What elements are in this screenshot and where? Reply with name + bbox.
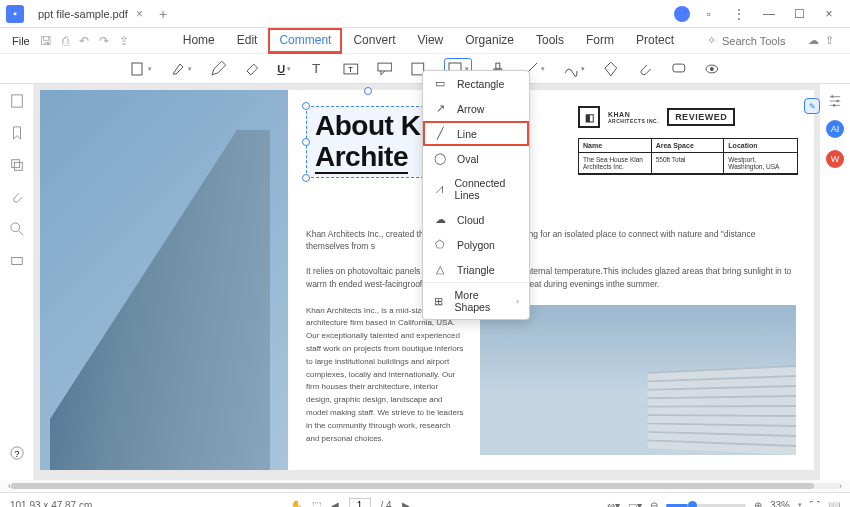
brand-logo-icon: ◧: [578, 106, 600, 128]
tab-convert[interactable]: Convert: [343, 29, 405, 53]
horizontal-scrollbar[interactable]: ‹ ›: [0, 480, 850, 492]
word-badge-icon[interactable]: W: [826, 150, 844, 168]
page-title: About K Archite: [315, 111, 420, 173]
close-window-button[interactable]: ×: [818, 7, 840, 21]
tab-home[interactable]: Home: [173, 29, 225, 53]
attachment-tool[interactable]: [637, 61, 653, 77]
svg-rect-14: [14, 162, 22, 170]
window-settings-icon[interactable]: ▫: [698, 7, 720, 21]
layers-icon[interactable]: [10, 158, 24, 172]
tab-tools[interactable]: Tools: [526, 29, 574, 53]
kebab-menu-icon[interactable]: ⋮: [728, 7, 750, 21]
hide-comments-tool[interactable]: [704, 61, 720, 77]
thumbnails-icon[interactable]: [10, 94, 24, 108]
shape-cloud[interactable]: ☁Cloud: [423, 207, 529, 232]
secondary-image: [480, 305, 796, 455]
shape-polygon[interactable]: ⬠Polygon: [423, 232, 529, 257]
text-tool[interactable]: T: [309, 61, 325, 77]
zoom-value: 33%: [770, 500, 790, 508]
resize-handle[interactable]: [302, 174, 310, 182]
svg-rect-12: [11, 95, 22, 107]
note-tool[interactable]: ▾: [130, 61, 152, 77]
brand-sub: ARCHITECTS INC.: [608, 118, 659, 124]
next-page-icon[interactable]: ▶: [402, 500, 410, 508]
shape-arrow[interactable]: ↗Arrow: [423, 96, 529, 121]
fit-width-icon[interactable]: ⇔▾: [607, 500, 620, 508]
svg-rect-9: [673, 64, 685, 72]
eraser-tool[interactable]: [244, 61, 260, 77]
shape-rectangle[interactable]: ▭Rectangle: [423, 71, 529, 96]
share-icon[interactable]: ⇪: [119, 34, 129, 48]
tab-protect[interactable]: Protect: [626, 29, 684, 53]
underline-tool[interactable]: U▾: [277, 63, 291, 75]
prev-page-icon[interactable]: ◀: [331, 500, 339, 508]
attachments-icon[interactable]: [10, 190, 24, 204]
tab-comment[interactable]: Comment: [269, 29, 341, 53]
resize-handle[interactable]: [302, 102, 310, 110]
app-icon: ▪: [6, 5, 24, 23]
search-tools-input[interactable]: [722, 35, 802, 47]
reviewed-stamp: REVIEWED: [667, 108, 735, 126]
brand-name: KHAN: [608, 111, 659, 118]
bookmarks-icon[interactable]: [10, 126, 24, 140]
shape-connected-lines[interactable]: ⩘Connected Lines: [423, 171, 529, 207]
file-menu[interactable]: File: [6, 35, 36, 47]
zoom-slider[interactable]: [666, 504, 746, 507]
info-table: Name Area Space Location The Sea House K…: [578, 138, 798, 175]
document-tab[interactable]: ppt file-sample.pdf ×: [30, 2, 151, 26]
search-icon[interactable]: [10, 222, 24, 236]
help-icon[interactable]: ?: [10, 446, 24, 460]
zoom-out-icon[interactable]: ⊖: [650, 500, 658, 508]
tab-close-icon[interactable]: ×: [136, 7, 143, 21]
right-sidebar: AI W: [820, 84, 850, 480]
svg-rect-4: [377, 63, 391, 71]
textbox-tool[interactable]: T: [343, 61, 359, 77]
pen-tool[interactable]: [603, 61, 619, 77]
select-tool-icon[interactable]: ⬚: [312, 500, 321, 508]
shape-oval[interactable]: ◯Oval: [423, 146, 529, 171]
user-avatar-icon[interactable]: [674, 6, 690, 22]
fields-icon[interactable]: [10, 254, 24, 268]
shape-more[interactable]: ⊞More Shapes›: [423, 283, 529, 319]
view-mode-icon[interactable]: ▭▾: [628, 500, 642, 508]
highlight-tool[interactable]: ▾: [170, 61, 192, 77]
callout-tool[interactable]: [377, 61, 393, 77]
paragraph-1: Khan Architects Inc., created thi ashing…: [306, 228, 796, 254]
maximize-button[interactable]: ☐: [788, 7, 810, 21]
resize-handle[interactable]: [302, 138, 310, 146]
signature-tool[interactable]: ▾: [563, 61, 585, 77]
tab-title: ppt file-sample.pdf: [38, 8, 128, 20]
shape-line[interactable]: ╱Line: [423, 121, 529, 146]
minimize-button[interactable]: —: [758, 7, 780, 21]
svg-point-15: [10, 223, 19, 232]
print-icon[interactable]: ⎙: [62, 34, 69, 48]
ai-badge-icon[interactable]: AI: [826, 120, 844, 138]
fullscreen-icon[interactable]: ⛶: [810, 500, 820, 508]
properties-icon[interactable]: [828, 94, 842, 108]
svg-rect-16: [11, 258, 22, 265]
svg-point-20: [836, 100, 839, 103]
shape-triangle[interactable]: △Triangle: [423, 257, 529, 282]
rotate-handle[interactable]: [364, 87, 372, 95]
page-number-input[interactable]: [349, 498, 371, 508]
tab-form[interactable]: Form: [576, 29, 624, 53]
tab-view[interactable]: View: [407, 29, 453, 53]
svg-text:T: T: [348, 64, 353, 73]
floating-tool-badge[interactable]: ✎: [804, 98, 820, 114]
svg-rect-0: [132, 63, 142, 75]
hand-tool-icon[interactable]: ✋: [290, 500, 302, 508]
upload-icon[interactable]: ⇧: [825, 34, 834, 47]
tab-organize[interactable]: Organize: [455, 29, 524, 53]
read-mode-icon[interactable]: 📖: [828, 500, 840, 508]
save-icon[interactable]: 🖫: [40, 34, 52, 48]
cloud-icon[interactable]: ☁: [808, 34, 819, 47]
redo-icon[interactable]: ↷: [99, 34, 109, 48]
selected-text-box[interactable]: About K Archite: [306, 106, 429, 178]
svg-point-19: [831, 95, 834, 98]
new-tab-button[interactable]: +: [159, 6, 167, 22]
pencil-tool[interactable]: [210, 61, 226, 77]
comments-panel-tool[interactable]: [671, 61, 687, 77]
zoom-in-icon[interactable]: ⊕: [754, 500, 762, 508]
tab-edit[interactable]: Edit: [227, 29, 268, 53]
undo-icon[interactable]: ↶: [79, 34, 89, 48]
